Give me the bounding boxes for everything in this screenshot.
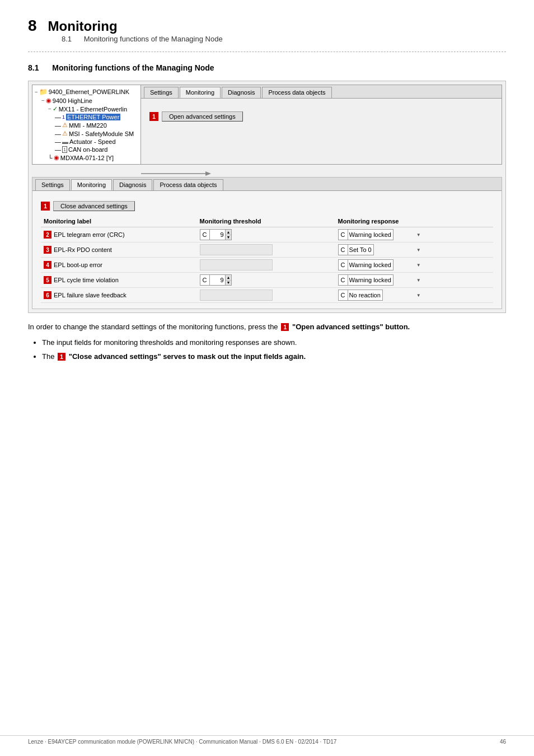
row-response-cell: C No reaction ▼ <box>335 288 493 303</box>
response-select-wrapper: Warning locked ▼ <box>348 274 422 286</box>
bullet-1: The input fields for monitoring threshol… <box>42 337 506 348</box>
threshold-input[interactable] <box>210 229 226 240</box>
tree-item-act[interactable]: — ▬ Actuator - Speed <box>35 138 138 146</box>
tree-item-mx[interactable]: − ✓ MX11 - EthernetPowerlin <box>35 105 138 113</box>
tree-item-can[interactable]: — 1 CAN on-board <box>35 146 138 153</box>
tab-bottom-process-data[interactable]: Process data objects <box>153 179 223 190</box>
section-title: 8.1 Monitoring functions of the Managing… <box>28 63 506 72</box>
open-advanced-settings-button[interactable]: Open advanced settings <box>162 111 243 122</box>
table-row: 2EPL telegram error (CRC) C ▲ ▼ C Warnin… <box>41 227 493 242</box>
top-panel: − 📁 9400_Ethernet_POWERLINK − ◉ 9400 Hig… <box>32 85 502 165</box>
response-select-wrapper: Warning locked ▼ <box>348 259 422 270</box>
row-number: 5 <box>44 276 51 284</box>
response-select-group: C Warning locked ▼ <box>338 259 422 270</box>
tab-bottom-diagnosis[interactable]: Diagnosis <box>113 179 152 190</box>
svg-marker-1 <box>205 171 211 176</box>
select-arrow-icon: ▼ <box>416 263 421 268</box>
tree-item-md[interactable]: └ ◉ MDXMA-071-12 [Y] <box>35 153 138 162</box>
row-label-cell: 6EPL failure slave feedback <box>41 288 197 303</box>
tree-icon-md: ◉ <box>54 154 59 161</box>
response-prefix: C <box>338 290 348 301</box>
col-header-response: Monitoring response <box>335 216 493 227</box>
body-text: In order to change the standard settings… <box>28 321 506 362</box>
col-header-threshold: Monitoring threshold <box>197 216 335 227</box>
response-select-group: C Warning locked ▼ <box>338 274 422 286</box>
col-header-label: Monitoring label <box>41 216 197 227</box>
select-arrow-icon: ▼ <box>416 293 421 298</box>
row-number: 6 <box>44 291 51 299</box>
open-settings-badge: 1 <box>149 112 158 121</box>
threshold-empty <box>200 259 273 270</box>
spinner-down[interactable]: ▼ <box>226 281 232 286</box>
row-threshold-cell <box>197 258 335 273</box>
tree-icon-act: ▬ <box>62 138 68 145</box>
tab-diagnosis[interactable]: Diagnosis <box>222 87 261 98</box>
tree-item-msi[interactable]: — ⚠ MSI - SafetyModule SM <box>35 129 138 138</box>
response-select-wrapper: Warning locked ▼ <box>348 229 422 240</box>
chapter-title: Monitoring <box>48 18 118 34</box>
table-row: 3EPL-Rx PDO content C Set To 0 ▼ <box>41 242 493 258</box>
bullet-2: The 1 "Close advanced settings" serves t… <box>42 351 506 362</box>
response-select[interactable]: Warning locked <box>348 259 394 270</box>
tree-minus-hl[interactable]: − <box>41 97 45 104</box>
tree-dash-can: — <box>55 146 61 153</box>
tree-item-eth[interactable]: — 1 ETHERNET Power <box>35 113 138 121</box>
tab-bottom-settings[interactable]: Settings <box>35 179 70 190</box>
screenshot-container: − 📁 9400_Ethernet_POWERLINK − ◉ 9400 Hig… <box>28 81 506 313</box>
tree-item-root[interactable]: − 📁 9400_Ethernet_POWERLINK <box>35 87 138 96</box>
tree-item-mmi[interactable]: — ⚠ MMI - MM220 <box>35 121 138 129</box>
tree-minus-mx[interactable]: − <box>48 106 51 112</box>
chapter-number: 8 <box>28 17 37 35</box>
response-select[interactable]: Warning locked <box>348 274 394 286</box>
row-threshold-cell <box>197 242 335 258</box>
threshold-spinner-group: C ▲ ▼ <box>200 229 332 240</box>
threshold-empty <box>200 290 273 301</box>
row-response-cell: C Warning locked ▼ <box>335 273 493 288</box>
tab-bottom-monitoring[interactable]: Monitoring <box>71 179 112 190</box>
tab-process-data[interactable]: Process data objects <box>262 87 331 98</box>
tree-item-hl[interactable]: − ◉ 9400 HighLine <box>35 96 138 105</box>
response-select[interactable]: No reaction <box>348 290 383 301</box>
tab-monitoring[interactable]: Monitoring <box>180 87 221 98</box>
tree-icon-msi: ⚠ <box>62 130 68 137</box>
row-label-cell: 5EPL cycle time violation <box>41 273 197 288</box>
tree-label-msi: MSI - SafetyModule SM <box>69 130 134 137</box>
tab-content-top: 1 Open advanced settings <box>141 99 502 134</box>
spinner-up[interactable]: ▲ <box>226 230 232 235</box>
row-threshold-cell: C ▲ ▼ <box>197 227 335 242</box>
spinner-buttons: ▲ ▼ <box>226 229 232 240</box>
tree-collapse-icon[interactable]: − <box>35 89 38 95</box>
table-row: 4EPL boot-up error C Warning locked ▼ <box>41 258 493 273</box>
tree-label-can: CAN on-board <box>68 146 107 153</box>
tree-label-hl: 9400 HighLine <box>53 97 92 104</box>
tree-icon-mx: ✓ <box>53 105 58 113</box>
response-select-wrapper: No reaction ▼ <box>348 290 422 301</box>
section-subtitle: 8.1 Monitoring functions of the Managing… <box>62 35 506 43</box>
spinner-up[interactable]: ▲ <box>226 275 232 281</box>
settings-panel-top: Settings Monitoring Diagnosis Process da… <box>141 85 502 165</box>
tree-label-mx: MX11 - EthernetPowerlin <box>59 106 127 113</box>
tree-label-root: 9400_Ethernet_POWERLINK <box>49 88 129 95</box>
footer-left: Lenze · E94AYCEP communication module (P… <box>28 739 336 745</box>
threshold-prefix: C <box>200 229 210 240</box>
monitoring-table: Monitoring label Monitoring threshold Mo… <box>41 216 493 303</box>
tree-icon-hl: ◉ <box>46 97 51 104</box>
inline-badge-2: 1 <box>58 353 65 361</box>
close-settings-btn-group: 1 Close advanced settings <box>41 201 493 211</box>
select-arrow-icon: ▼ <box>416 248 421 253</box>
open-settings-btn-group: 1 Open advanced settings <box>149 111 243 122</box>
tree-label-eth: ETHERNET Power <box>66 114 120 120</box>
tabs-bar-bottom: Settings Monitoring Diagnosis Process da… <box>32 178 502 191</box>
response-select-group: C Warning locked ▼ <box>338 229 422 240</box>
spinner-down[interactable]: ▼ <box>226 235 232 240</box>
response-prefix: C <box>338 244 348 255</box>
response-select[interactable]: Set To 0 <box>348 244 374 255</box>
close-advanced-settings-button[interactable]: Close advanced settings <box>53 201 135 211</box>
row-number: 3 <box>44 246 51 254</box>
threshold-input[interactable] <box>210 274 226 286</box>
tab-settings[interactable]: Settings <box>144 87 179 98</box>
tree-dash-md: └ <box>48 155 53 161</box>
response-select[interactable]: Warning locked <box>348 229 394 240</box>
row-label-cell: 3EPL-Rx PDO content <box>41 242 197 258</box>
folder-icon: 📁 <box>39 88 48 96</box>
